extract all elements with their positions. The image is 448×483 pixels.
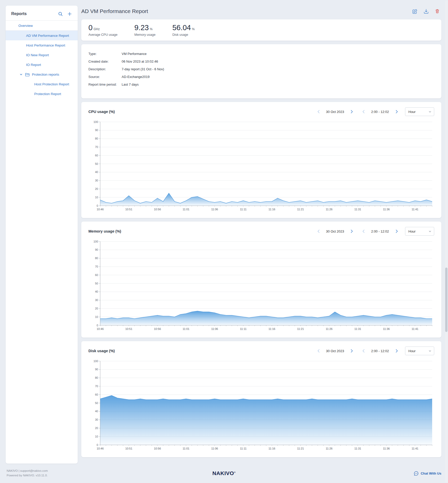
memory-usage-chart-card: Memory usage (%) 30 Oct 2023 2:00 - 12:0… (81, 222, 441, 338)
detail-label: Report time period: (88, 83, 122, 86)
prev-date-button[interactable] (316, 349, 321, 353)
svg-text:11:06: 11:06 (211, 327, 218, 330)
prev-time-button[interactable] (361, 109, 366, 114)
prev-time-button[interactable] (361, 229, 366, 234)
chevron-down-icon (429, 230, 431, 233)
chevron-down-icon (429, 350, 431, 352)
sidebar-item-label: Host Performance Report (26, 43, 65, 47)
svg-text:11:06: 11:06 (211, 208, 218, 211)
chart-date: 30 Oct 2023 (321, 110, 349, 114)
stat-label: Disk usage (172, 33, 194, 37)
svg-text:11:31: 11:31 (354, 447, 361, 450)
svg-text:10:56: 10:56 (154, 447, 161, 450)
next-time-button[interactable] (394, 349, 399, 353)
chart-controls: 30 Oct 2023 2:00 - 12:02 Hour (316, 347, 434, 355)
footer-support-text: NAKIVO | support@nakivo.com (7, 469, 48, 473)
detail-row-description: Description: 7-day report (31 Oct - 6 No… (88, 65, 434, 73)
next-date-button[interactable] (349, 349, 354, 353)
export-report-icon[interactable] (423, 9, 429, 14)
prev-date-button[interactable] (316, 229, 321, 234)
svg-text:11:41: 11:41 (411, 208, 418, 211)
sidebar-item-io-report[interactable]: IO Report (6, 60, 78, 70)
sidebar-item-label: Protection reports (32, 73, 59, 76)
svg-text:0: 0 (97, 443, 98, 446)
svg-text:20: 20 (95, 307, 98, 310)
next-time-button[interactable] (394, 109, 399, 114)
svg-text:11:01: 11:01 (183, 327, 190, 330)
chart-time-range: 2:00 - 12:02 (366, 110, 394, 114)
stat-unit: % (150, 27, 153, 31)
reports-sidebar: Reports Overview AD VM Performance Repor… (6, 6, 78, 464)
chart-controls: 30 Oct 2023 2:00 - 12:02 Hour (316, 107, 434, 116)
next-date-button[interactable] (349, 229, 354, 234)
stat-unit: % (192, 27, 195, 31)
svg-text:11:11: 11:11 (240, 208, 247, 211)
sidebar-item-protection-reports-folder[interactable]: Protection reports (6, 70, 78, 79)
svg-text:50: 50 (95, 401, 98, 405)
detail-label: Type: (88, 52, 122, 56)
sidebar-item-overview[interactable]: Overview (6, 21, 78, 30)
detail-value: 06 Nov 2023 at 10:02:46 (122, 60, 158, 63)
chart-date: 30 Oct 2023 (321, 349, 349, 353)
sidebar-item-ad-vm-performance-report[interactable]: AD VM Performance Report (6, 31, 78, 40)
svg-text:60: 60 (95, 393, 98, 396)
search-icon[interactable] (58, 11, 63, 16)
content-area: Reports Overview AD VM Performance Repor… (0, 0, 448, 464)
chevron-down-icon[interactable] (19, 73, 22, 76)
next-date-button[interactable] (349, 109, 354, 114)
svg-text:40: 40 (95, 290, 98, 293)
detail-row-type: Type: VM Performance (88, 50, 434, 57)
interval-select[interactable]: Hour (405, 347, 434, 355)
detail-row-created-date: Created date: 06 Nov 2023 at 10:02:46 (88, 57, 434, 65)
sidebar-item-label: IO Report (26, 63, 41, 67)
stat-value: 9.23 (134, 24, 149, 32)
sidebar-item-io-new-report[interactable]: IO New Report (6, 50, 78, 60)
svg-text:80: 80 (95, 376, 98, 379)
chat-label: Chat With Us (421, 471, 441, 475)
chart-date: 30 Oct 2023 (321, 229, 349, 233)
svg-text:100: 100 (94, 120, 98, 123)
svg-text:10: 10 (95, 315, 98, 318)
sidebar-item-protection-report[interactable]: Protection Report (6, 89, 78, 99)
svg-text:90: 90 (95, 248, 98, 251)
folder-icon (25, 72, 30, 76)
next-time-button[interactable] (394, 229, 399, 234)
svg-text:10: 10 (95, 435, 98, 438)
prev-date-button[interactable] (316, 109, 321, 114)
svg-text:11:11: 11:11 (240, 447, 247, 450)
disk-usage-chart-plot: 010203040506070809010010:4610:5110:5611:… (88, 358, 434, 455)
stat-label: Average CPU usage (88, 33, 118, 37)
stat-value: 56.04 (172, 24, 191, 32)
svg-text:11:21: 11:21 (297, 447, 304, 450)
chat-with-us-button[interactable]: Chat With Us (414, 471, 441, 476)
svg-text:40: 40 (95, 410, 98, 413)
svg-text:11:11: 11:11 (240, 327, 247, 330)
page-footer: NAKIVO | support@nakivo.com Powered by N… (0, 464, 448, 483)
svg-text:10: 10 (95, 196, 98, 199)
delete-report-icon[interactable] (435, 9, 440, 14)
chart-controls: 30 Oct 2023 2:00 - 12:02 Hour (316, 227, 434, 236)
edit-report-icon[interactable] (412, 9, 417, 14)
report-details-card: Type: VM Performance Created date: 06 No… (81, 44, 441, 98)
svg-text:11:26: 11:26 (326, 327, 333, 330)
vertical-scrollbar[interactable] (445, 1, 447, 482)
detail-label: Description: (88, 67, 122, 71)
detail-value: AD-Exchange2019 (122, 75, 150, 79)
detail-row-source: Source: AD-Exchange2019 (88, 73, 434, 80)
svg-text:30: 30 (95, 418, 98, 421)
add-report-icon[interactable] (67, 11, 72, 16)
svg-text:10:51: 10:51 (125, 327, 132, 330)
sidebar-item-host-protection-report[interactable]: Host Protection Report (6, 79, 78, 89)
scrollbar-thumb[interactable] (445, 268, 447, 332)
svg-text:30: 30 (95, 179, 98, 182)
prev-time-button[interactable] (361, 349, 366, 353)
svg-text:0: 0 (97, 324, 98, 327)
sidebar-item-label: IO New Report (26, 53, 49, 57)
sidebar-item-label: AD VM Performance Report (26, 34, 69, 38)
svg-text:90: 90 (95, 129, 98, 132)
sidebar-item-label: Overview (18, 24, 33, 28)
interval-select[interactable]: Hour (405, 227, 434, 236)
memory-usage-chart-plot: 010203040506070809010010:4610:5110:5611:… (88, 238, 434, 336)
interval-select[interactable]: Hour (405, 107, 434, 116)
sidebar-item-host-performance-report[interactable]: Host Performance Report (6, 40, 78, 50)
